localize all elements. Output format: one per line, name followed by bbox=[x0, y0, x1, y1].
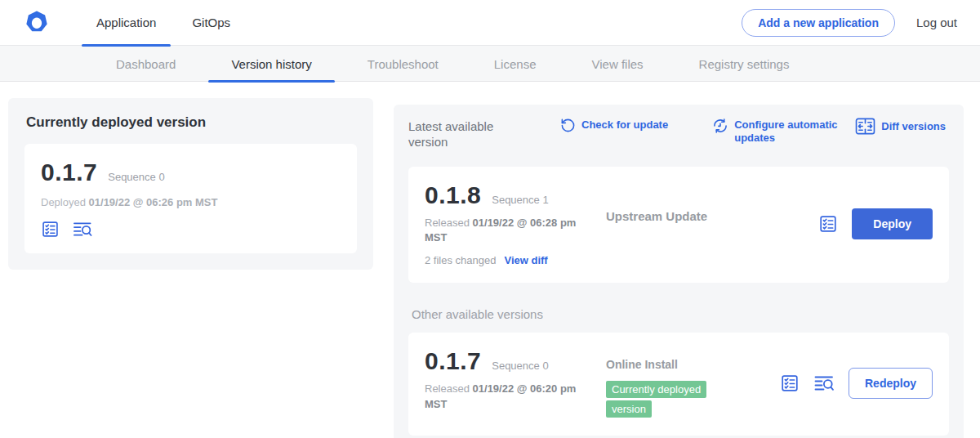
subtab-troubleshoot[interactable]: Troubleshoot bbox=[340, 46, 466, 82]
deployed-version-number: 0.1.7 bbox=[41, 159, 97, 186]
other-source-label: Online Install bbox=[606, 358, 678, 371]
available-panel-title: Latest available version bbox=[408, 119, 513, 150]
latest-version-card: 0.1.8 Sequence 1 Released 01/19/22 @ 06:… bbox=[408, 167, 949, 284]
top-tabs: Application GitOps bbox=[78, 0, 248, 46]
deploy-button[interactable]: Deploy bbox=[852, 208, 933, 239]
header-right: Add a new application Log out bbox=[742, 9, 957, 37]
other-release-timestamp: Released 01/19/22 @ 06:20 pm MST bbox=[425, 382, 595, 413]
refresh-icon bbox=[560, 118, 576, 133]
available-versions-panel: Latest available version Check for updat… bbox=[394, 105, 964, 438]
view-logs-icon[interactable] bbox=[72, 220, 93, 239]
configure-automatic-updates-link[interactable]: Configure automatic updates bbox=[712, 118, 839, 144]
preflight-checklist-icon[interactable] bbox=[818, 214, 838, 234]
tab-application-label: Application bbox=[96, 16, 156, 29]
subtab-dashboard[interactable]: Dashboard bbox=[88, 46, 203, 82]
tab-gitops[interactable]: GitOps bbox=[174, 0, 248, 46]
released-prefix: Released bbox=[425, 217, 470, 229]
auto-update-icon bbox=[712, 118, 728, 134]
subtab-view-files[interactable]: View files bbox=[564, 46, 670, 82]
deployed-sequence-label: Sequence 0 bbox=[108, 171, 164, 183]
subtab-registry-settings-label: Registry settings bbox=[699, 57, 790, 71]
deployed-date: 01/19/22 @ 06:26 pm MST bbox=[89, 196, 218, 208]
configure-automatic-updates-label: Configure automatic updates bbox=[734, 118, 839, 144]
subtab-view-files-label: View files bbox=[591, 57, 643, 71]
latest-source-label: Upstream Update bbox=[606, 209, 707, 223]
deployed-timestamp: Deployed 01/19/22 @ 06:26 pm MST bbox=[41, 196, 341, 208]
subtab-version-history[interactable]: Version history bbox=[203, 46, 339, 82]
subtab-troubleshoot-label: Troubleshoot bbox=[368, 57, 439, 71]
currently-deployed-badge: Currently deployed version bbox=[606, 381, 706, 418]
view-diff-link[interactable]: View diff bbox=[504, 254, 547, 266]
latest-sequence-label: Sequence 1 bbox=[492, 194, 548, 206]
subtab-version-history-label: Version history bbox=[231, 57, 311, 71]
preflight-checklist-icon[interactable] bbox=[41, 220, 60, 239]
preflight-checklist-icon[interactable] bbox=[780, 373, 800, 393]
redeploy-button[interactable]: Redeploy bbox=[849, 368, 933, 399]
latest-version-number: 0.1.8 bbox=[425, 181, 481, 209]
currently-deployed-panel: Currently deployed version 0.1.7 Sequenc… bbox=[8, 98, 373, 270]
released-prefix: Released bbox=[425, 382, 470, 395]
deployed-version-card: 0.1.7 Sequence 0 Deployed 01/19/22 @ 06:… bbox=[24, 144, 357, 253]
main-content: Currently deployed version 0.1.7 Sequenc… bbox=[0, 82, 980, 438]
diff-versions-label: Diff versions bbox=[881, 120, 946, 133]
other-version-number: 0.1.7 bbox=[425, 347, 481, 375]
subtab-registry-settings[interactable]: Registry settings bbox=[671, 46, 817, 82]
subtab-license[interactable]: License bbox=[466, 46, 564, 82]
app-sub-nav: Dashboard Version history Troubleshoot L… bbox=[0, 46, 980, 82]
tab-application[interactable]: Application bbox=[78, 0, 174, 46]
other-versions-heading: Other available versions bbox=[412, 307, 949, 321]
latest-release-timestamp: Released 01/19/22 @ 06:28 pm MST bbox=[425, 216, 595, 247]
other-sequence-label: Sequence 0 bbox=[492, 360, 548, 372]
app-logo-icon[interactable] bbox=[23, 9, 51, 37]
deployed-panel-title: Currently deployed version bbox=[26, 114, 357, 131]
diff-icon bbox=[855, 118, 875, 135]
subtab-license-label: License bbox=[494, 57, 537, 71]
diff-versions-link[interactable]: Diff versions bbox=[855, 118, 946, 135]
top-header: Application GitOps Add a new application… bbox=[0, 0, 980, 46]
deployed-prefix: Deployed bbox=[41, 196, 86, 208]
subtab-dashboard-label: Dashboard bbox=[116, 57, 176, 71]
tab-gitops-label: GitOps bbox=[192, 16, 230, 29]
other-version-card: 0.1.7 Sequence 0 Released 01/19/22 @ 06:… bbox=[408, 333, 949, 436]
check-for-update-link[interactable]: Check for update bbox=[560, 118, 668, 133]
view-logs-icon[interactable] bbox=[813, 373, 835, 393]
files-changed-label: 2 files changed bbox=[425, 254, 496, 266]
add-application-button[interactable]: Add a new application bbox=[742, 9, 895, 37]
check-for-update-label: Check for update bbox=[581, 118, 668, 132]
logout-link[interactable]: Log out bbox=[916, 16, 957, 29]
